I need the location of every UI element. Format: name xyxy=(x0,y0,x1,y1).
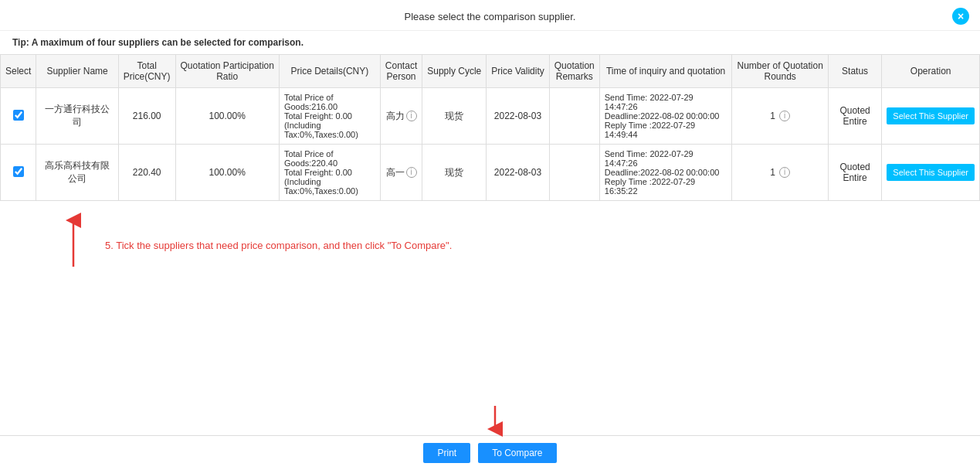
header-bar: Please select the comparison supplier. × xyxy=(0,0,980,31)
col-supplier-name: Supplier Name xyxy=(36,55,118,88)
col-select: Select xyxy=(1,55,36,88)
info-icon[interactable]: i xyxy=(406,167,417,178)
supplier-name-cell: 一方通行科技公司 xyxy=(36,88,118,145)
print-button[interactable]: Print xyxy=(423,443,470,463)
quotation-remarks-cell xyxy=(549,145,599,201)
col-rounds: Number of QuotationRounds xyxy=(732,55,828,88)
col-supply-cycle: Supply Cycle xyxy=(422,55,487,88)
info-icon[interactable]: i xyxy=(406,111,417,121)
table-row: 一方通行科技公司216.00100.00%Total Price of Good… xyxy=(1,88,980,145)
tip-bar: Tip: A maximum of four suppliers can be … xyxy=(0,31,980,54)
col-price-validity: Price Validity xyxy=(487,55,549,88)
close-button[interactable]: × xyxy=(952,8,969,25)
col-time: Time of inquiry and quotation xyxy=(599,55,732,88)
col-price-details: Price Details(CNY) xyxy=(279,55,380,88)
annotation-section: 5. Tick the suppliers that need price co… xyxy=(0,201,980,259)
rounds-info-icon[interactable]: i xyxy=(779,111,790,121)
select-supplier-button[interactable]: Select This Supplier xyxy=(887,107,975,124)
col-total-price: TotalPrice(CNY) xyxy=(118,55,175,88)
ratio-cell: 100.00% xyxy=(175,145,279,201)
quotation-remarks-cell xyxy=(549,88,599,145)
time-info-cell: Send Time: 2022-07-29 14:47:26 Deadline:… xyxy=(599,88,732,145)
row-checkbox[interactable] xyxy=(13,166,24,177)
tip-text: Tip: A maximum of four suppliers can be … xyxy=(12,37,303,48)
supply-cycle-cell: 现货 xyxy=(422,88,487,145)
price-validity-cell: 2022-08-03 xyxy=(487,88,549,145)
table-wrapper: Select Supplier Name TotalPrice(CNY) Quo… xyxy=(0,54,980,201)
contact-person-cell: 高一i xyxy=(380,145,422,201)
col-ratio: Quotation ParticipationRatio xyxy=(175,55,279,88)
price-details-cell: Total Price of Goods:220.40 Total Freigh… xyxy=(279,145,380,201)
annotation-text: 5. Tick the suppliers that need price co… xyxy=(105,240,968,251)
col-status: Status xyxy=(828,55,881,88)
rounds-cell: 1 i xyxy=(732,145,828,201)
table-row: 高乐高科技有限公司220.40100.00%Total Price of Goo… xyxy=(1,145,980,201)
contact-person-cell: 高力i xyxy=(380,88,422,145)
suppliers-table: Select Supplier Name TotalPrice(CNY) Quo… xyxy=(0,54,980,201)
col-contact: ContactPerson xyxy=(380,55,422,88)
header-title: Please select the comparison supplier. xyxy=(405,11,576,22)
total-price-cell: 220.40 xyxy=(118,145,175,201)
select-supplier-button[interactable]: Select This Supplier xyxy=(887,164,975,181)
operation-cell: Select This Supplier xyxy=(882,145,980,201)
footer-arrow-icon xyxy=(476,406,514,439)
supply-cycle-cell: 现货 xyxy=(422,145,487,201)
price-details-cell: Total Price of Goods:216.00 Total Freigh… xyxy=(279,88,380,145)
supplier-name-cell: 高乐高科技有限公司 xyxy=(36,145,118,201)
footer-bar: Print To Compare xyxy=(0,435,980,470)
time-info-cell: Send Time: 2022-07-29 14:47:26 Deadline:… xyxy=(599,145,732,201)
price-validity-cell: 2022-08-03 xyxy=(487,145,549,201)
arrow-up-icon xyxy=(58,209,97,271)
operation-cell: Select This Supplier xyxy=(882,88,980,145)
ratio-cell: 100.00% xyxy=(175,88,279,145)
status-cell: Quoted Entire xyxy=(828,145,881,201)
row-checkbox[interactable] xyxy=(13,110,24,121)
col-operation: Operation xyxy=(882,55,980,88)
col-remarks: QuotationRemarks xyxy=(549,55,599,88)
checkbox-cell xyxy=(1,145,36,201)
rounds-info-icon[interactable]: i xyxy=(779,167,790,178)
total-price-cell: 216.00 xyxy=(118,88,175,145)
status-cell: Quoted Entire xyxy=(828,88,881,145)
checkbox-cell xyxy=(1,88,36,145)
compare-button[interactable]: To Compare xyxy=(478,443,556,463)
rounds-cell: 1 i xyxy=(732,88,828,145)
